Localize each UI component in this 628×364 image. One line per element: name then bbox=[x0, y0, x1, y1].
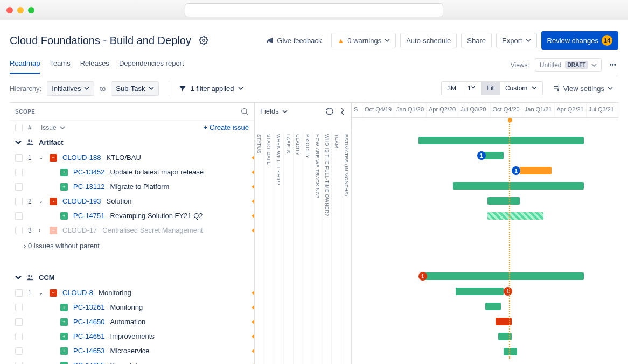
issue-row[interactable]: +PC-14653Microservice bbox=[10, 344, 254, 358]
dependency-badge[interactable]: 1 bbox=[477, 151, 486, 160]
issue-key[interactable]: PC-14751 bbox=[73, 212, 105, 220]
tab-dependencies[interactable]: Dependencies report bbox=[119, 56, 184, 74]
maximize-window[interactable] bbox=[28, 7, 34, 13]
gantt-bar[interactable] bbox=[456, 288, 504, 295]
range-custom-label: Custom bbox=[505, 85, 527, 92]
issue-row[interactable]: 1⌄~CLOUD-8Monitoring bbox=[10, 285, 254, 300]
group-header[interactable]: CCM bbox=[10, 269, 254, 285]
row-checkbox[interactable] bbox=[15, 227, 23, 234]
field-column[interactable]: STATUS bbox=[255, 132, 264, 364]
row-checkbox[interactable] bbox=[15, 333, 23, 340]
issue-key[interactable]: PC-13112 bbox=[73, 183, 105, 191]
range-1y[interactable]: 1Y bbox=[462, 82, 482, 95]
gear-icon[interactable] bbox=[199, 36, 208, 45]
dependency-badge[interactable]: 1 bbox=[504, 287, 512, 296]
field-column[interactable]: WHO IS THE FULL-TIME OWNER? bbox=[322, 132, 332, 364]
field-column[interactable]: CLARITY bbox=[294, 132, 303, 364]
issue-key[interactable]: PC-14650 bbox=[73, 318, 105, 326]
auto-schedule-button[interactable]: Auto-schedule bbox=[400, 33, 457, 48]
row-checkbox[interactable] bbox=[15, 304, 23, 311]
issue-key[interactable]: PC-14651 bbox=[73, 332, 105, 340]
issue-row[interactable]: 3›~CLOUD-17Centralised Secret Management bbox=[10, 223, 254, 237]
gantt-bar[interactable] bbox=[424, 272, 584, 280]
group-header[interactable]: Artifact bbox=[10, 134, 254, 150]
separator bbox=[169, 81, 169, 96]
gantt-bar[interactable] bbox=[485, 303, 501, 310]
url-bar[interactable] bbox=[185, 3, 443, 17]
field-column[interactable]: PRIORITY bbox=[303, 132, 313, 364]
tab-releases[interactable]: Releases bbox=[80, 56, 109, 74]
row-checkbox[interactable] bbox=[15, 347, 23, 355]
row-checkbox[interactable] bbox=[15, 362, 23, 365]
dependency-badge[interactable]: 1 bbox=[512, 166, 520, 175]
field-column[interactable]: WHEN WILL IT SHIP? bbox=[274, 132, 284, 364]
field-column[interactable]: HOW ARE WE TRACKING? bbox=[312, 132, 322, 364]
issue-key[interactable]: CLOUD-188 bbox=[62, 153, 101, 162]
no-parent-toggle[interactable]: › 0 issues without parent bbox=[10, 237, 254, 254]
gantt-bar[interactable] bbox=[520, 167, 552, 174]
warnings-button[interactable]: ▲ 0 warnings bbox=[331, 33, 396, 48]
row-checkbox[interactable] bbox=[15, 154, 23, 162]
hierarchy-to-select[interactable]: Sub-Task bbox=[111, 81, 158, 96]
issue-key[interactable]: PC-14655 bbox=[73, 361, 105, 364]
issue-row[interactable]: +PC-14751Revamping Solution FY21 Q2 bbox=[10, 208, 254, 223]
tab-teams[interactable]: Teams bbox=[50, 56, 70, 74]
range-fit[interactable]: Fit bbox=[482, 82, 500, 95]
share-button[interactable]: Share bbox=[461, 33, 492, 48]
expand-toggle[interactable]: › bbox=[39, 227, 44, 233]
issue-key[interactable]: PC-13452 bbox=[73, 168, 105, 176]
issue-row[interactable]: 1⌄~CLOUD-188KTLO/BAU bbox=[10, 150, 254, 165]
issue-key[interactable]: PC-13261 bbox=[73, 303, 105, 311]
issue-key[interactable]: PC-14653 bbox=[73, 347, 105, 355]
close-window[interactable] bbox=[6, 7, 13, 13]
gantt-bar[interactable] bbox=[453, 182, 584, 190]
create-issue-button[interactable]: + Create issue bbox=[204, 123, 249, 131]
search-icon[interactable] bbox=[240, 107, 249, 116]
row-checkbox[interactable] bbox=[15, 318, 23, 326]
expand-toggle[interactable]: ⌄ bbox=[39, 290, 44, 296]
feedback-button[interactable]: Give feedback bbox=[261, 33, 327, 48]
issue-row[interactable]: +PC-14650Automation bbox=[10, 314, 254, 329]
row-checkbox[interactable] bbox=[15, 289, 23, 297]
field-column[interactable]: START DATE bbox=[264, 132, 274, 364]
review-changes-button[interactable]: Review changes 14 bbox=[541, 31, 618, 50]
expand-toggle[interactable]: ⌄ bbox=[39, 155, 44, 160]
issue-key[interactable]: CLOUD-193 bbox=[62, 197, 101, 205]
issue-row[interactable]: +PC-14655Sync data bbox=[10, 358, 254, 364]
gantt-bar[interactable] bbox=[418, 137, 584, 144]
issue-key[interactable]: CLOUD-17 bbox=[62, 226, 97, 234]
undo-icon[interactable] bbox=[325, 107, 334, 116]
gantt-bar[interactable] bbox=[487, 197, 519, 205]
export-button[interactable]: Export bbox=[496, 33, 537, 48]
row-checkbox[interactable] bbox=[15, 183, 23, 191]
hierarchy-from-select[interactable]: Initiatives bbox=[47, 81, 94, 96]
gantt-bar[interactable] bbox=[504, 348, 517, 355]
issue-key[interactable]: CLOUD-8 bbox=[62, 289, 93, 297]
view-selector[interactable]: Untitled DRAFT bbox=[535, 58, 602, 72]
more-icon[interactable]: ••• bbox=[607, 59, 618, 71]
field-column[interactable]: ESTIMATES (IN MONTHS) bbox=[341, 132, 351, 364]
issue-row[interactable]: +PC-14651Improvements bbox=[10, 329, 254, 344]
column-issue[interactable]: Issue bbox=[41, 124, 198, 131]
expand-toggle[interactable]: ⌄ bbox=[39, 198, 44, 204]
range-3m[interactable]: 3M bbox=[442, 82, 462, 95]
collapse-icon[interactable] bbox=[338, 107, 347, 116]
view-settings-button[interactable]: View settings bbox=[547, 81, 618, 96]
field-column[interactable]: LABELS bbox=[284, 132, 294, 364]
minimize-window[interactable] bbox=[17, 7, 24, 13]
issue-row[interactable]: +PC-13112Migrate to Platform bbox=[10, 179, 254, 194]
row-checkbox[interactable] bbox=[15, 198, 23, 205]
tab-roadmap[interactable]: Roadmap bbox=[10, 56, 40, 74]
issue-row[interactable]: +PC-13452Update to latest major release bbox=[10, 165, 254, 179]
row-checkbox[interactable] bbox=[15, 212, 23, 220]
row-checkbox[interactable] bbox=[15, 169, 23, 176]
issue-row[interactable]: +PC-13261Monitoring bbox=[10, 300, 254, 314]
field-column[interactable]: TEAM bbox=[332, 132, 341, 364]
range-custom[interactable]: Custom bbox=[500, 82, 542, 95]
view-name: Untitled bbox=[540, 61, 562, 69]
select-all-checkbox[interactable] bbox=[15, 124, 23, 131]
issue-row[interactable]: 2⌄~CLOUD-193Solution bbox=[10, 194, 254, 208]
gantt-bar[interactable] bbox=[487, 212, 543, 220]
dependency-badge[interactable]: 1 bbox=[418, 272, 427, 281]
filter-button[interactable]: 1 filter applied bbox=[179, 85, 244, 93]
